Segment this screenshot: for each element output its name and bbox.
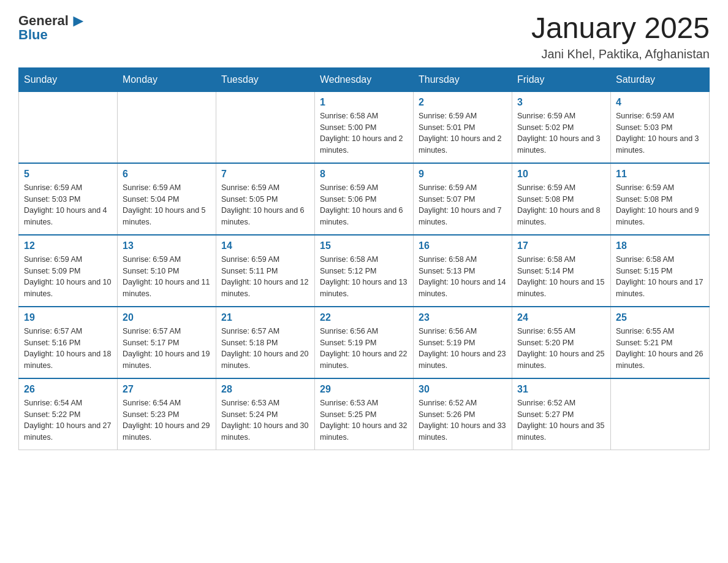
day-number: 14 xyxy=(221,240,309,251)
day-number: 30 xyxy=(419,384,507,395)
calendar-week-row: 5Sunrise: 6:59 AM Sunset: 5:03 PM Daylig… xyxy=(19,163,710,235)
calendar-day-14: 14Sunrise: 6:59 AM Sunset: 5:11 PM Dayli… xyxy=(216,235,315,307)
day-info-text: Sunrise: 6:58 AM Sunset: 5:00 PM Dayligh… xyxy=(320,110,408,156)
day-info-text: Sunrise: 6:59 AM Sunset: 5:05 PM Dayligh… xyxy=(221,182,309,228)
location-subtitle: Jani Khel, Paktika, Afghanistan xyxy=(531,47,710,61)
day-info-text: Sunrise: 6:53 AM Sunset: 5:25 PM Dayligh… xyxy=(320,397,408,443)
weekday-header-thursday: Thursday xyxy=(414,67,512,91)
calendar-day-28: 28Sunrise: 6:53 AM Sunset: 5:24 PM Dayli… xyxy=(216,378,315,450)
calendar-day-20: 20Sunrise: 6:57 AM Sunset: 5:17 PM Dayli… xyxy=(118,307,216,378)
day-number: 15 xyxy=(320,240,408,251)
day-info-text: Sunrise: 6:59 AM Sunset: 5:09 PM Dayligh… xyxy=(24,254,112,300)
day-number: 20 xyxy=(123,312,211,323)
calendar-day-8: 8Sunrise: 6:59 AM Sunset: 5:06 PM Daylig… xyxy=(315,163,414,235)
day-info-text: Sunrise: 6:54 AM Sunset: 5:22 PM Dayligh… xyxy=(24,397,112,443)
empty-day-cell xyxy=(118,91,216,163)
logo: General ► Blue xyxy=(18,12,87,43)
calendar-day-4: 4Sunrise: 6:59 AM Sunset: 5:03 PM Daylig… xyxy=(611,91,710,163)
calendar-day-26: 26Sunrise: 6:54 AM Sunset: 5:22 PM Dayli… xyxy=(19,378,118,450)
calendar-day-30: 30Sunrise: 6:52 AM Sunset: 5:26 PM Dayli… xyxy=(414,378,512,450)
day-number: 4 xyxy=(616,97,704,108)
day-info-text: Sunrise: 6:59 AM Sunset: 5:11 PM Dayligh… xyxy=(221,254,309,300)
weekday-header-monday: Monday xyxy=(118,67,216,91)
day-number: 25 xyxy=(616,312,704,323)
calendar-week-row: 12Sunrise: 6:59 AM Sunset: 5:09 PM Dayli… xyxy=(19,235,710,307)
day-info-text: Sunrise: 6:59 AM Sunset: 5:07 PM Dayligh… xyxy=(419,182,507,228)
weekday-header-friday: Friday xyxy=(512,67,611,91)
title-block: January 2025 Jani Khel, Paktika, Afghani… xyxy=(531,12,710,61)
weekday-header-saturday: Saturday xyxy=(611,67,710,91)
calendar-table: SundayMondayTuesdayWednesdayThursdayFrid… xyxy=(18,67,710,450)
calendar-day-2: 2Sunrise: 6:59 AM Sunset: 5:01 PM Daylig… xyxy=(414,91,512,163)
day-number: 23 xyxy=(419,312,507,323)
day-info-text: Sunrise: 6:59 AM Sunset: 5:01 PM Dayligh… xyxy=(419,110,507,156)
day-number: 3 xyxy=(517,97,605,108)
day-number: 29 xyxy=(320,384,408,395)
calendar-day-18: 18Sunrise: 6:58 AM Sunset: 5:15 PM Dayli… xyxy=(611,235,710,307)
day-info-text: Sunrise: 6:59 AM Sunset: 5:02 PM Dayligh… xyxy=(517,110,605,156)
page-header: General ► Blue January 2025 Jani Khel, P… xyxy=(18,12,710,61)
day-number: 11 xyxy=(616,169,704,180)
calendar-day-15: 15Sunrise: 6:58 AM Sunset: 5:12 PM Dayli… xyxy=(315,235,414,307)
day-number: 27 xyxy=(123,384,211,395)
day-info-text: Sunrise: 6:59 AM Sunset: 5:03 PM Dayligh… xyxy=(24,182,112,228)
day-info-text: Sunrise: 6:59 AM Sunset: 5:10 PM Dayligh… xyxy=(123,254,211,300)
calendar-day-27: 27Sunrise: 6:54 AM Sunset: 5:23 PM Dayli… xyxy=(118,378,216,450)
empty-day-cell xyxy=(216,91,315,163)
calendar-day-19: 19Sunrise: 6:57 AM Sunset: 5:16 PM Dayli… xyxy=(19,307,118,378)
calendar-week-row: 26Sunrise: 6:54 AM Sunset: 5:22 PM Dayli… xyxy=(19,378,710,450)
calendar-day-22: 22Sunrise: 6:56 AM Sunset: 5:19 PM Dayli… xyxy=(315,307,414,378)
day-info-text: Sunrise: 6:55 AM Sunset: 5:21 PM Dayligh… xyxy=(616,326,704,372)
day-number: 22 xyxy=(320,312,408,323)
day-info-text: Sunrise: 6:56 AM Sunset: 5:19 PM Dayligh… xyxy=(419,326,507,372)
weekday-header-tuesday: Tuesday xyxy=(216,67,315,91)
calendar-day-5: 5Sunrise: 6:59 AM Sunset: 5:03 PM Daylig… xyxy=(19,163,118,235)
day-info-text: Sunrise: 6:54 AM Sunset: 5:23 PM Dayligh… xyxy=(123,397,211,443)
day-number: 19 xyxy=(24,312,112,323)
day-number: 7 xyxy=(221,169,309,180)
day-info-text: Sunrise: 6:59 AM Sunset: 5:03 PM Dayligh… xyxy=(616,110,704,156)
calendar-day-10: 10Sunrise: 6:59 AM Sunset: 5:08 PM Dayli… xyxy=(512,163,611,235)
day-info-text: Sunrise: 6:57 AM Sunset: 5:17 PM Dayligh… xyxy=(123,326,211,372)
day-number: 13 xyxy=(123,240,211,251)
calendar-day-24: 24Sunrise: 6:55 AM Sunset: 5:20 PM Dayli… xyxy=(512,307,611,378)
day-number: 5 xyxy=(24,169,112,180)
calendar-day-12: 12Sunrise: 6:59 AM Sunset: 5:09 PM Dayli… xyxy=(19,235,118,307)
day-info-text: Sunrise: 6:59 AM Sunset: 5:08 PM Dayligh… xyxy=(616,182,704,228)
day-number: 2 xyxy=(419,97,507,108)
weekday-header-wednesday: Wednesday xyxy=(315,67,414,91)
weekday-header-sunday: Sunday xyxy=(19,67,118,91)
day-info-text: Sunrise: 6:58 AM Sunset: 5:13 PM Dayligh… xyxy=(419,254,507,300)
day-info-text: Sunrise: 6:59 AM Sunset: 5:06 PM Dayligh… xyxy=(320,182,408,228)
day-info-text: Sunrise: 6:58 AM Sunset: 5:12 PM Dayligh… xyxy=(320,254,408,300)
calendar-day-31: 31Sunrise: 6:52 AM Sunset: 5:27 PM Dayli… xyxy=(512,378,611,450)
calendar-week-row: 19Sunrise: 6:57 AM Sunset: 5:16 PM Dayli… xyxy=(19,307,710,378)
month-title: January 2025 xyxy=(531,12,710,45)
day-number: 31 xyxy=(517,384,605,395)
calendar-day-21: 21Sunrise: 6:57 AM Sunset: 5:18 PM Dayli… xyxy=(216,307,315,378)
day-number: 26 xyxy=(24,384,112,395)
calendar-day-29: 29Sunrise: 6:53 AM Sunset: 5:25 PM Dayli… xyxy=(315,378,414,450)
day-number: 8 xyxy=(320,169,408,180)
day-info-text: Sunrise: 6:56 AM Sunset: 5:19 PM Dayligh… xyxy=(320,326,408,372)
day-number: 24 xyxy=(517,312,605,323)
logo-blue-text: Blue xyxy=(18,27,87,43)
calendar-week-row: 1Sunrise: 6:58 AM Sunset: 5:00 PM Daylig… xyxy=(19,91,710,163)
day-number: 1 xyxy=(320,97,408,108)
calendar-day-17: 17Sunrise: 6:58 AM Sunset: 5:14 PM Dayli… xyxy=(512,235,611,307)
day-info-text: Sunrise: 6:58 AM Sunset: 5:14 PM Dayligh… xyxy=(517,254,605,300)
empty-day-cell xyxy=(611,378,710,450)
calendar-day-23: 23Sunrise: 6:56 AM Sunset: 5:19 PM Dayli… xyxy=(414,307,512,378)
calendar-day-1: 1Sunrise: 6:58 AM Sunset: 5:00 PM Daylig… xyxy=(315,91,414,163)
calendar-day-3: 3Sunrise: 6:59 AM Sunset: 5:02 PM Daylig… xyxy=(512,91,611,163)
calendar-day-7: 7Sunrise: 6:59 AM Sunset: 5:05 PM Daylig… xyxy=(216,163,315,235)
day-info-text: Sunrise: 6:53 AM Sunset: 5:24 PM Dayligh… xyxy=(221,397,309,443)
day-info-text: Sunrise: 6:57 AM Sunset: 5:18 PM Dayligh… xyxy=(221,326,309,372)
day-number: 10 xyxy=(517,169,605,180)
day-info-text: Sunrise: 6:59 AM Sunset: 5:08 PM Dayligh… xyxy=(517,182,605,228)
calendar-day-25: 25Sunrise: 6:55 AM Sunset: 5:21 PM Dayli… xyxy=(611,307,710,378)
empty-day-cell xyxy=(19,91,118,163)
day-info-text: Sunrise: 6:52 AM Sunset: 5:27 PM Dayligh… xyxy=(517,397,605,443)
day-number: 9 xyxy=(419,169,507,180)
day-number: 17 xyxy=(517,240,605,251)
